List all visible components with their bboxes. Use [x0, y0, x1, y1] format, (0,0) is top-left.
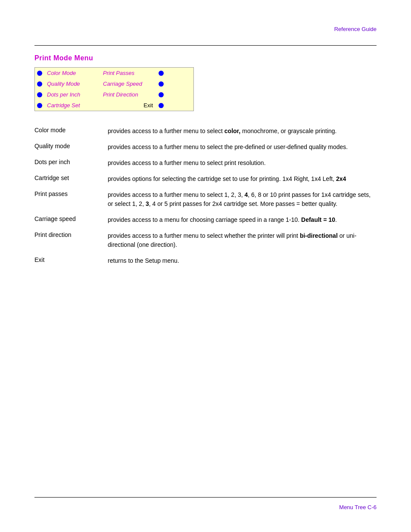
desc-row-print-direction: Print direction provides access to a fur… — [34, 228, 377, 253]
desc-row-carriage-speed: Carriage speed provides access to a menu… — [34, 212, 377, 228]
right-dot-3 — [156, 92, 166, 97]
def-exit: returns to the Setup menu. — [108, 253, 377, 269]
bullet-dot — [159, 103, 164, 108]
bullet-dot — [159, 81, 164, 87]
top-rule — [34, 45, 377, 46]
desc-row-color-mode: Color mode provides access to a further … — [34, 123, 377, 139]
bullet-dot — [37, 92, 42, 97]
bullet-dot — [37, 81, 42, 87]
term-cartridge-set: Cartridge set — [34, 171, 108, 187]
desc-row-dots-per-inch: Dots per inch provides access to a furth… — [34, 155, 377, 171]
menu-item-cartridge-set: Cartridge Set — [44, 101, 100, 109]
bottom-rule — [34, 497, 377, 498]
section-title: Print Mode Menu — [34, 54, 377, 62]
def-print-direction: provides access to a further menu to sel… — [108, 228, 377, 253]
term-print-passes: Print passes — [34, 187, 108, 212]
header-reference: Reference Guide — [34, 26, 377, 32]
def-cartridge-set: provides options for selecting the cartr… — [108, 171, 377, 187]
menu-row-2: Quality Mode Carriage Speed — [35, 78, 193, 89]
term-print-direction: Print direction — [34, 228, 108, 253]
def-dots-per-inch: provides access to a further menu to sel… — [108, 155, 377, 171]
left-dot-3 — [35, 92, 44, 97]
desc-row-cartridge-set: Cartridge set provides options for selec… — [34, 171, 377, 187]
menu-item-print-passes: Print Passes — [100, 69, 156, 77]
menu-item-exit: Exit — [100, 101, 156, 109]
bullet-dot — [37, 103, 42, 108]
page-container: Reference Guide Print Mode Menu Color Mo… — [0, 0, 411, 532]
menu-box: Color Mode Print Passes Quality Mode Car… — [34, 67, 194, 111]
menu-item-print-direction: Print Direction — [100, 90, 156, 99]
term-carriage-speed: Carriage speed — [34, 212, 108, 228]
left-dot-4 — [35, 103, 44, 108]
desc-row-print-passes: Print passes provides access to a furthe… — [34, 187, 377, 212]
menu-item-dots-per-inch: Dots per Inch — [44, 90, 100, 99]
menu-item-quality-mode: Quality Mode — [44, 80, 100, 88]
menu-item-carriage-speed: Carriage Speed — [100, 80, 156, 88]
term-dots-per-inch: Dots per inch — [34, 155, 108, 171]
description-table: Color mode provides access to a further … — [34, 123, 377, 269]
desc-row-exit: Exit returns to the Setup menu. — [34, 253, 377, 269]
bullet-dot — [159, 71, 164, 76]
def-carriage-speed: provides access to a menu for choosing c… — [108, 212, 377, 228]
bullet-dot — [37, 71, 42, 76]
right-dot-1 — [156, 71, 166, 76]
menu-row-3: Dots per Inch Print Direction — [35, 89, 193, 100]
right-dot-4 — [156, 103, 166, 108]
menu-row-4: Cartridge Set Exit — [35, 100, 193, 111]
menu-item-color-mode: Color Mode — [44, 69, 100, 77]
def-quality-mode: provides access to a further menu to sel… — [108, 139, 377, 155]
left-dot-2 — [35, 81, 44, 87]
left-dot-1 — [35, 71, 44, 76]
term-quality-mode: Quality mode — [34, 139, 108, 155]
bullet-dot — [159, 92, 164, 97]
desc-row-quality-mode: Quality mode provides access to a furthe… — [34, 139, 377, 155]
right-dot-2 — [156, 81, 166, 87]
menu-row-1: Color Mode Print Passes — [35, 68, 193, 78]
def-print-passes: provides access to a further menu to sel… — [108, 187, 377, 212]
def-color-mode: provides access to a further menu to sel… — [108, 123, 377, 139]
term-color-mode: Color mode — [34, 123, 108, 139]
footer-page-label: Menu Tree C-6 — [339, 504, 377, 510]
term-exit: Exit — [34, 253, 108, 269]
